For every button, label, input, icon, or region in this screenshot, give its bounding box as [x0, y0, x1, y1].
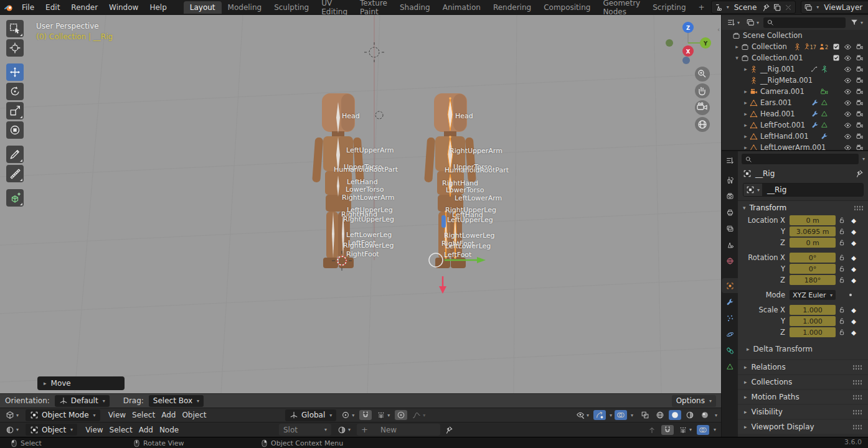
lock-icon[interactable]: [836, 239, 848, 246]
hide-viewport-toggle[interactable]: [842, 133, 854, 141]
outliner-item-label[interactable]: __Rig.001: [760, 65, 795, 73]
new-material-button[interactable]: +New: [357, 424, 440, 436]
properties-tab-view-layer[interactable]: [722, 221, 738, 236]
outliner-row[interactable]: ▸Collection172: [722, 41, 868, 52]
shader-type-dropdown[interactable]: Object▾: [26, 424, 77, 436]
tab-modeling[interactable]: Modeling: [222, 1, 268, 14]
outliner-display-mode-button[interactable]: ▾: [725, 17, 742, 27]
properties-tab-output[interactable]: [722, 205, 738, 220]
hide-viewport-toggle[interactable]: [842, 144, 854, 152]
viewlayer-name[interactable]: ViewLayer: [821, 3, 865, 12]
shader-menu-select[interactable]: Select: [106, 426, 136, 434]
blender-logo-icon[interactable]: [4, 2, 14, 12]
zoom-button[interactable]: [695, 67, 710, 82]
scene-browse-icon[interactable]: [714, 3, 723, 12]
gizmos-toggle[interactable]: [593, 410, 606, 420]
pin-icon[interactable]: [762, 3, 770, 12]
scene-selector[interactable]: ▾ Scene: [711, 1, 796, 14]
tool-add-cube-button[interactable]: [6, 189, 24, 207]
overlays-dropdown[interactable]: ▾: [631, 413, 633, 418]
ortho-toggle-button[interactable]: [695, 117, 710, 132]
tool-scale-button[interactable]: [6, 102, 24, 119]
menu-window[interactable]: Window: [103, 3, 144, 12]
keyframe-diamond[interactable]: ◆: [848, 217, 859, 224]
outliner-item-label[interactable]: Camera.001: [760, 87, 804, 96]
expand-toggle[interactable]: ▸: [742, 111, 750, 117]
expand-toggle[interactable]: ▾: [733, 55, 741, 61]
viewport-menu-add[interactable]: Add: [158, 411, 179, 419]
properties-tab-tool[interactable]: [722, 172, 738, 187]
object-name-field[interactable]: ▾ __Rig: [743, 183, 864, 197]
camera-view-button[interactable]: [695, 100, 710, 115]
eye-icon[interactable]: [844, 110, 852, 118]
expand-toggle[interactable]: ▸: [742, 100, 750, 106]
expand-toggle[interactable]: ▸: [742, 66, 750, 72]
panel-grip[interactable]: [852, 394, 862, 400]
outliner-item-label[interactable]: Collection.001: [752, 54, 803, 62]
selected-bone[interactable]: [441, 215, 446, 228]
location-value-field[interactable]: 3.0695 m: [790, 226, 836, 236]
cam-restrict-icon[interactable]: [856, 88, 864, 96]
properties-tab-modifiers[interactable]: [722, 294, 738, 309]
outliner-item-label[interactable]: Head.001: [760, 110, 795, 118]
gizmos-dropdown[interactable]: ▾: [610, 413, 612, 418]
eye-icon[interactable]: [844, 121, 852, 129]
disable-render-toggle[interactable]: [854, 43, 866, 51]
pin-material-icon[interactable]: [445, 426, 453, 434]
transform-orientation-dropdown[interactable]: Global▾: [285, 409, 336, 421]
shading-rendered-button[interactable]: [699, 410, 711, 420]
hide-viewport-toggle[interactable]: [842, 99, 854, 107]
rotation-value-field[interactable]: 0°: [790, 264, 836, 274]
options-button[interactable]: Options▾: [672, 395, 716, 407]
keyframe-diamond[interactable]: ◆: [848, 318, 859, 325]
lock-icon[interactable]: [836, 306, 848, 314]
eye-icon[interactable]: [844, 133, 852, 141]
node-overlays-dropdown[interactable]: ▾: [714, 427, 716, 432]
cam-restrict-icon[interactable]: [856, 43, 864, 51]
operator-panel[interactable]: ▸ Move: [37, 376, 125, 390]
expand-toggle[interactable]: ▸: [742, 122, 750, 128]
shader-menu-node[interactable]: Node: [156, 426, 182, 434]
panel-grip[interactable]: [852, 380, 862, 385]
cam-restrict-icon[interactable]: [856, 121, 864, 129]
tool-transform-button[interactable]: [6, 121, 24, 139]
outliner-row[interactable]: ▸Camera.001: [722, 86, 868, 97]
sidebar-toggle-icon[interactable]: ‹: [717, 26, 720, 33]
location-value-field[interactable]: 0 m: [790, 238, 836, 248]
scene-name[interactable]: Scene: [732, 3, 760, 12]
cam-restrict-icon[interactable]: [856, 77, 864, 85]
menu-help[interactable]: Help: [144, 3, 172, 12]
figure-left-model[interactable]: [312, 93, 364, 268]
outliner-item-label[interactable]: LeftHand.001: [760, 132, 809, 141]
parent-node-button[interactable]: [646, 425, 658, 435]
properties-tab-data[interactable]: [722, 359, 738, 374]
lock-icon[interactable]: [836, 329, 848, 336]
node-snap-settings[interactable]: ▾: [677, 425, 694, 435]
eye-icon[interactable]: [844, 54, 852, 62]
properties-tab-world[interactable]: [722, 253, 738, 268]
properties-tab-scene[interactable]: [722, 237, 738, 252]
viewport-menu-select[interactable]: Select: [129, 411, 158, 419]
lock-icon[interactable]: [836, 254, 848, 261]
shading-dropdown[interactable]: ▾: [715, 413, 717, 418]
tab-layout[interactable]: Layout: [184, 1, 222, 14]
outliner-row[interactable]: ▸Head.001: [722, 108, 868, 119]
outliner-filter-id-button[interactable]: ▾: [744, 17, 761, 27]
checkbox-icon[interactable]: [833, 43, 840, 50]
menu-edit[interactable]: Edit: [40, 3, 65, 12]
outliner-row[interactable]: Scene Collection: [722, 30, 868, 41]
expand-toggle[interactable]: ▸: [742, 144, 750, 151]
viewlayer-icon[interactable]: [804, 3, 813, 12]
properties-tab-physics[interactable]: [722, 327, 738, 342]
panel-grip[interactable]: [852, 409, 862, 415]
properties-tab-particles[interactable]: [722, 310, 738, 325]
outliner-item-label[interactable]: LeftFoot.001: [760, 121, 805, 129]
navigation-gizmo[interactable]: Z Y X: [659, 17, 719, 139]
outliner-row[interactable]: ▸__Rig.001: [722, 63, 868, 75]
expand-toggle[interactable]: ▸: [733, 44, 741, 50]
node-snap-toggle[interactable]: [661, 425, 674, 435]
outliner-row[interactable]: ▸LeftHand.001: [722, 131, 868, 142]
panel-collections[interactable]: ▸Collections: [738, 375, 868, 389]
scale-value-field[interactable]: 1.000: [790, 305, 836, 315]
properties-options-dropdown[interactable]: ▾: [862, 156, 865, 162]
